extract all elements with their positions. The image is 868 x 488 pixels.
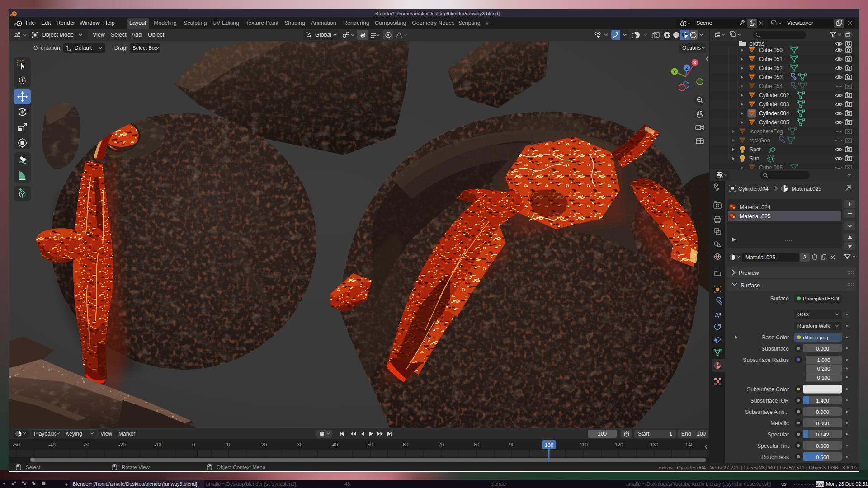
svg-text:Roughness: Roughness <box>761 454 789 460</box>
svg-text:View: View <box>100 431 112 437</box>
svg-text:0.000: 0.000 <box>816 409 829 415</box>
svg-text:-30: -30 <box>83 442 90 447</box>
svg-text:2: 2 <box>803 254 807 261</box>
svg-text:Subsurface Anis...: Subsurface Anis... <box>745 409 789 415</box>
svg-text:Specular: Specular <box>768 432 789 438</box>
svg-text:Keying: Keying <box>66 431 82 437</box>
svg-text:100: 100 <box>545 442 553 448</box>
svg-text:Cylinder.003: Cylinder.003 <box>759 101 789 108</box>
svg-text:1: 1 <box>669 431 672 437</box>
svg-text:100: 100 <box>598 431 607 437</box>
svg-text:Principled BSDF: Principled BSDF <box>803 296 841 301</box>
svg-text:Cube.050: Cube.050 <box>759 47 783 53</box>
svg-text:Subsurface Color: Subsurface Color <box>747 386 789 393</box>
svg-text:Material.024: Material.024 <box>740 204 771 211</box>
svg-text:Cylinder.004: Cylinder.004 <box>759 110 789 117</box>
svg-text:Spot: Spot <box>750 146 761 153</box>
svg-text:0: 0 <box>192 442 195 447</box>
svg-text:Cube.051: Cube.051 <box>759 56 783 62</box>
svg-text:0.500: 0.500 <box>816 455 829 460</box>
svg-text:-20: -20 <box>118 442 126 447</box>
svg-text:Subsurface: Subsurface <box>761 346 789 352</box>
svg-text:Random Walk: Random Walk <box>797 323 830 328</box>
svg-text:30: 30 <box>297 442 302 447</box>
svg-text:Material.025: Material.025 <box>740 213 771 220</box>
svg-text:Object Context Menu: Object Context Menu <box>217 465 265 470</box>
svg-text:100: 100 <box>697 431 706 437</box>
svg-text:Subsurface IOR: Subsurface IOR <box>750 398 789 404</box>
svg-text:diffuse.png: diffuse.png <box>803 335 828 340</box>
svg-text:Surface: Surface <box>741 282 760 289</box>
svg-text:0.142: 0.142 <box>816 432 829 437</box>
svg-text:❮: ❮ <box>704 444 708 449</box>
svg-text:Orientation:: Orientation: <box>33 45 61 51</box>
svg-text:extras: extras <box>750 41 764 47</box>
svg-text:Marker: Marker <box>118 431 135 437</box>
svg-text:0.000: 0.000 <box>816 346 829 352</box>
svg-text:Cube.006: Cube.006 <box>759 164 783 169</box>
svg-text:Playback: Playback <box>34 431 57 437</box>
svg-text:GGX: GGX <box>797 312 809 317</box>
svg-text:40: 40 <box>332 442 338 447</box>
svg-text:Start: Start <box>638 431 650 437</box>
svg-text:20: 20 <box>261 442 267 447</box>
svg-text:rockGeo: rockGeo <box>750 137 770 144</box>
svg-text:Material.025: Material.025 <box>792 186 821 192</box>
svg-text:10: 10 <box>226 442 231 447</box>
svg-text:Subsurface Radius: Subsurface Radius <box>743 357 789 363</box>
svg-text:90: 90 <box>509 442 514 447</box>
svg-text:Specular Tint: Specular Tint <box>757 443 789 449</box>
svg-text:Sun: Sun <box>750 155 759 162</box>
svg-text:Cube.053: Cube.053 <box>759 74 783 80</box>
svg-text:0.100: 0.100 <box>817 375 830 380</box>
svg-text:1.000: 1.000 <box>817 357 830 363</box>
svg-text:IcosphereFog: IcosphereFog <box>750 128 783 135</box>
svg-text:Metallic: Metallic <box>770 420 789 427</box>
svg-text:Z: Z <box>685 66 688 70</box>
svg-text:Rotate View: Rotate View <box>122 465 150 470</box>
svg-text:Select: Select <box>26 465 41 470</box>
svg-text:Cube.052: Cube.052 <box>759 65 783 71</box>
svg-text:Cylinder.002: Cylinder.002 <box>759 92 789 99</box>
svg-text:80: 80 <box>474 442 479 447</box>
svg-text:0.000: 0.000 <box>816 421 829 426</box>
svg-text:130: 130 <box>650 442 658 447</box>
svg-text:110: 110 <box>580 442 588 447</box>
svg-text:70: 70 <box>439 442 444 447</box>
svg-text:-50: -50 <box>13 442 20 447</box>
svg-text:Drag:: Drag: <box>114 45 127 51</box>
svg-text:0.200: 0.200 <box>817 366 830 371</box>
svg-text:X: X <box>693 61 696 65</box>
svg-text:50: 50 <box>368 442 373 447</box>
svg-text:Y: Y <box>673 70 676 74</box>
svg-text:140: 140 <box>685 442 693 447</box>
svg-text:End: End <box>681 431 691 437</box>
svg-text:-10: -10 <box>154 442 161 447</box>
svg-text:Default: Default <box>75 45 92 51</box>
svg-text:Cylinder.004: Cylinder.004 <box>738 186 769 192</box>
svg-text:0.000: 0.000 <box>816 443 829 449</box>
svg-text:❮: ❮ <box>705 56 709 61</box>
svg-text:1.400: 1.400 <box>816 398 829 404</box>
svg-text:Cube.054: Cube.054 <box>759 83 783 89</box>
svg-text:Material.025: Material.025 <box>745 254 775 261</box>
svg-text:Preview: Preview <box>739 270 759 276</box>
svg-text:60: 60 <box>403 442 408 447</box>
svg-text:Surface: Surface <box>770 296 789 302</box>
svg-text:120: 120 <box>615 442 623 447</box>
svg-text:Select Box: Select Box <box>132 45 157 51</box>
svg-text:-40: -40 <box>48 442 56 447</box>
svg-text:Cylinder.005: Cylinder.005 <box>759 119 789 126</box>
svg-text:Base Color: Base Color <box>762 334 789 341</box>
svg-text:Options: Options <box>682 45 701 51</box>
